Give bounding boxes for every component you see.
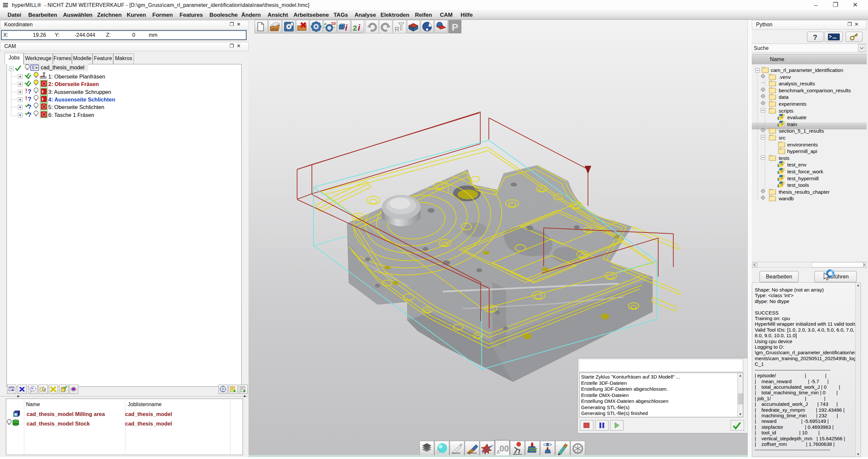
svg-text:section_5_1_results: section_5_1_results <box>779 128 824 134</box>
svg-text:src: src <box>779 135 785 141</box>
svg-text:Bearbeiten: Bearbeiten <box>766 274 792 279</box>
svg-text:?: ? <box>813 33 817 41</box>
svg-text:cam_rl_parameter_identificatio: cam_rl_parameter_identification <box>771 67 843 73</box>
svg-text:Name: Name <box>770 56 784 62</box>
svg-text:hypermill_api: hypermill_api <box>787 148 817 154</box>
svg-text:benchmark_comparison_results: benchmark_comparison_results <box>779 88 851 93</box>
svg-text:test_hypermill: test_hypermill <box>787 176 819 181</box>
svg-text:data: data <box>779 94 789 100</box>
svg-text:cad_thesis_model: cad_thesis_model <box>125 411 172 417</box>
svg-text:environments: environments <box>787 142 818 147</box>
svg-text:.00: .00 <box>497 443 509 453</box>
svg-text:wandb: wandb <box>778 196 794 201</box>
svg-text:evaluate: evaluate <box>787 115 807 120</box>
svg-text:experiments: experiments <box>779 101 807 107</box>
svg-text:4: Aussenseite Schlichten: 4: Aussenseite Schlichten <box>48 96 115 102</box>
svg-text:cad_thesis_model: cad_thesis_model <box>125 421 172 427</box>
svg-text:test_force_work: test_force_work <box>787 169 823 174</box>
svg-text:analysis_results: analysis_results <box>779 81 815 86</box>
svg-text:6: Tasche 1 Fräsen: 6: Tasche 1 Fräsen <box>48 112 94 118</box>
svg-text:tests: tests <box>779 155 789 161</box>
svg-text:test_tools: test_tools <box>787 182 809 188</box>
svg-text:2: Oberseite Fräsen: 2: Oberseite Fräsen <box>48 81 99 87</box>
svg-text:.venv: .venv <box>779 74 791 80</box>
svg-text:3: Aussenseite Schruppen: 3: Aussenseite Schruppen <box>48 89 111 95</box>
svg-text:test_env: test_env <box>787 162 807 167</box>
svg-text:thesis_results_chapter: thesis_results_chapter <box>779 189 830 195</box>
svg-text:cad_thesis_model Milling area: cad_thesis_model Milling area <box>27 411 105 417</box>
svg-text:cad_thesis_model: cad_thesis_model <box>41 64 84 70</box>
svg-text:cad_thesis_model Stock: cad_thesis_model Stock <box>27 421 90 427</box>
svg-text:train: train <box>787 121 797 127</box>
svg-text:Suche: Suche <box>754 45 769 51</box>
svg-text:scripts: scripts <box>779 108 794 114</box>
svg-text:5: Oberseite Schlichten: 5: Oberseite Schlichten <box>48 104 104 110</box>
svg-text:1: Oberseite Planfräsen: 1: Oberseite Planfräsen <box>48 73 105 80</box>
